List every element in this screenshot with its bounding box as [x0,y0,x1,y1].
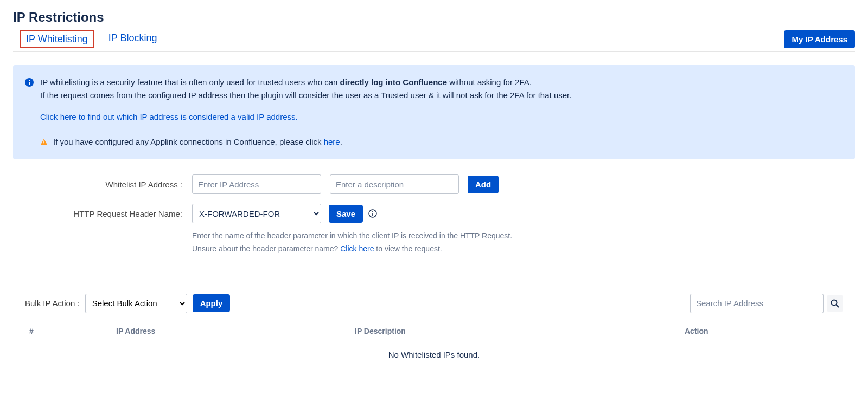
apply-button[interactable]: Apply [193,294,231,312]
info-text-1-pre: IP whitelisting is a security feature th… [40,77,340,87]
info-text-1-post: without asking for 2FA. [447,77,532,87]
applink-warn-pre: If you have configured any Applink conne… [53,137,324,146]
tab-ip-blocking[interactable]: IP Blocking [103,30,163,48]
info-text-1: IP whitelisting is a security feature th… [40,76,843,89]
header-help-icon[interactable] [368,209,377,218]
applink-warn-post: . [340,137,342,146]
svg-rect-2 [29,80,30,81]
header-hint-2-pre: Unsure about the header parameter name? [192,244,340,253]
warning-icon [40,138,48,146]
header-hint-2: Unsure about the header parameter name? … [192,243,855,256]
valid-ip-link[interactable]: Click here to find out which IP address … [40,112,298,121]
svg-rect-7 [372,211,373,212]
tab-ip-whitelisting[interactable]: IP Whitelisting [20,30,94,48]
header-hint-2-post: to view the request. [374,244,442,253]
ip-description-input[interactable] [330,174,459,194]
svg-point-8 [832,300,837,305]
col-ip: IP Address [112,321,350,341]
svg-line-9 [837,305,839,307]
svg-rect-3 [43,140,44,143]
svg-rect-1 [29,82,30,85]
header-name-select[interactable]: X-FORWARDED-FOR [192,204,321,223]
search-icon [831,299,839,308]
search-button[interactable] [827,295,843,312]
save-button[interactable]: Save [329,205,363,223]
svg-rect-6 [372,213,373,216]
header-hint-link[interactable]: Click here [340,244,374,253]
search-ip-input[interactable] [690,294,824,313]
col-index: # [25,321,112,341]
tab-bar: IP Whitelisting IP Blocking My IP Addres… [13,30,855,52]
applink-warning-text: If you have configured any Applink conne… [53,135,342,148]
header-hint-1: Enter the name of the header parameter i… [192,230,855,243]
info-icon [25,78,34,87]
page-title: IP Restrictions [13,10,855,25]
my-ip-address-button[interactable]: My IP Address [784,30,855,48]
add-button[interactable]: Add [468,176,499,193]
col-description: IP Description [350,321,680,341]
ip-address-input[interactable] [192,174,321,194]
col-action: Action [680,321,843,341]
info-text-2: If the request comes from the configured… [40,89,843,102]
info-panel: IP whitelisting is a security feature th… [13,65,855,159]
header-name-label: HTTP Request Header Name: [13,209,192,218]
svg-rect-4 [43,144,44,144]
bulk-action-select[interactable]: Select Bulk Action [85,294,187,313]
applink-here-link[interactable]: here [324,137,340,146]
table-empty-message: No Whitelisted IPs found. [25,341,843,368]
ip-table: # IP Address IP Description Action No Wh… [25,321,843,368]
whitelist-ip-label: Whitelist IP Address : [13,180,192,189]
info-text-1-bold: directly log into Confluence [340,77,448,87]
bulk-action-label: Bulk IP Action : [25,299,80,308]
